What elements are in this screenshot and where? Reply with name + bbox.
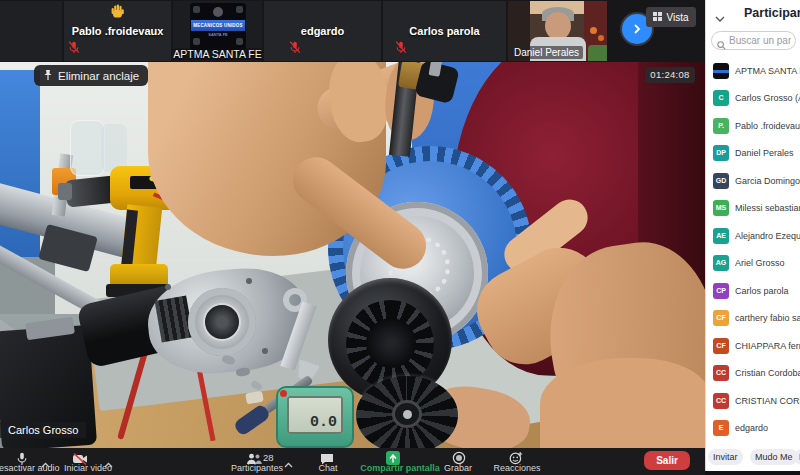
participant-avatar: AG xyxy=(713,255,729,271)
logo-tool-icon xyxy=(193,38,200,45)
invite-button[interactable]: Invitar xyxy=(708,449,743,465)
logo-emblem xyxy=(213,7,223,17)
participants-button[interactable]: Participantes xyxy=(227,463,287,473)
participant-name: Cristian Cordoba xyxy=(735,368,800,378)
logo-sub-text: SANTA FE xyxy=(190,32,246,37)
tile-person-face xyxy=(545,12,571,40)
reactions-button[interactable]: Reacciones xyxy=(487,463,547,473)
participant-avatar: CC xyxy=(713,393,729,409)
scene-rotor-pin xyxy=(403,410,412,419)
mute-me-button[interactable]: Mudo Me xyxy=(750,449,798,465)
chevron-right-icon xyxy=(632,20,642,38)
gallery-strip: Pablo .froidevaux MECANICOS UNIDOS SANTA… xyxy=(0,0,705,62)
raised-hand-icon xyxy=(111,4,124,22)
panel-footer: Invitar Mudo Me R xyxy=(706,449,800,469)
participant-name: Ariel Grosso xyxy=(735,258,785,268)
main-video-carlos-grosso[interactable]: 0.0 Eliminar anclaje 01:24:08 Carlos Gro… xyxy=(0,62,705,448)
meeting-timer: 01:24:08 xyxy=(645,67,695,83)
participant-row[interactable]: CCCristian Cordoba xyxy=(706,360,800,388)
participant-avatar: CF xyxy=(713,338,729,354)
participant-name: Pablo .froidevaux xyxy=(735,121,800,131)
participant-avatar: CP xyxy=(713,283,729,299)
scene-hub-bore xyxy=(366,318,416,368)
multimeter-reading: 0.0 xyxy=(310,414,337,431)
scene-bearing-inner xyxy=(205,305,239,339)
participant-name: Milessi sebastian xyxy=(735,203,800,213)
record-button[interactable]: Grabar xyxy=(428,463,488,473)
participant-name: APTMA SANTA FE xyxy=(735,66,800,76)
participant-row[interactable]: P.Pablo .froidevaux xyxy=(706,112,800,140)
scene-drill-bit xyxy=(58,183,72,200)
participant-name: edgardo xyxy=(735,423,768,433)
participant-name: Carlos parola xyxy=(735,286,789,296)
grid-view-icon xyxy=(653,12,662,23)
tile-name: edgardo xyxy=(264,25,381,37)
vista-view-button[interactable]: Vista xyxy=(646,7,696,27)
tile-name: Carlos parola xyxy=(383,25,506,37)
tile-plant xyxy=(588,45,607,61)
participant-row[interactable]: AGAriel Grosso xyxy=(706,250,800,278)
scene-right-palm xyxy=(540,358,705,448)
participant-avatar: CF xyxy=(713,310,729,326)
video-tile-aptma[interactable]: MECANICOS UNIDOS SANTA FE APTMA SANTA FE xyxy=(173,1,262,61)
participant-row[interactable]: APTMA SANTA FE xyxy=(706,57,800,85)
participant-avatar: GD xyxy=(713,173,729,189)
logo-banner-text: MECANICOS UNIDOS xyxy=(191,20,245,31)
panel-title: Participantes xyxy=(744,6,800,20)
participants-count-badge: 28 xyxy=(263,452,274,463)
participant-avatar: DP xyxy=(713,145,729,161)
participant-avatar: CC xyxy=(713,365,729,381)
participant-avatar: AE xyxy=(713,228,729,244)
video-tile-edgardo[interactable]: edgardo xyxy=(264,1,381,61)
video-tile-daniel[interactable]: Daniel Perales xyxy=(508,1,607,61)
remove-pin-label: Eliminar anclaje xyxy=(58,70,139,82)
video-tile-carlos-parola[interactable]: Carlos parola xyxy=(383,1,506,61)
participant-list: APTMA SANTA FECCarlos Grosso (AP.Pablo .… xyxy=(706,57,800,442)
video-tile-empty[interactable] xyxy=(0,1,62,61)
participant-row[interactable]: CFcarthery fabio sa xyxy=(706,305,800,333)
participant-row[interactable]: CCarlos Grosso (A xyxy=(706,85,800,113)
scene-bottle xyxy=(101,124,127,172)
participant-name: Alejandro Ezequ xyxy=(735,231,800,241)
scene-bolt-hole xyxy=(262,348,268,354)
zoom-meeting-window: Pablo .froidevaux MECANICOS UNIDOS SANTA… xyxy=(0,0,800,475)
participant-row[interactable]: MSMilessi sebastian xyxy=(706,195,800,223)
mic-muted-icon xyxy=(395,40,407,58)
vista-label: Vista xyxy=(666,12,688,23)
multimeter-display: 0.0 xyxy=(287,396,343,434)
mic-muted-icon xyxy=(68,40,80,58)
participant-name: Carlos Grosso (A xyxy=(735,93,800,103)
mic-muted-icon xyxy=(289,40,301,58)
participant-name: Garcia Domingo xyxy=(735,176,800,186)
participant-row[interactable]: CFCHIAPPARA fern xyxy=(706,332,800,360)
chevron-down-icon[interactable] xyxy=(715,9,725,27)
scene-multimeter: 0.0 xyxy=(276,386,354,448)
aptma-logo: MECANICOS UNIDOS SANTA FE xyxy=(190,3,246,50)
participant-row[interactable]: CPCarlos parola xyxy=(706,277,800,305)
participant-row[interactable]: Eedgardo xyxy=(706,415,800,443)
participant-avatar: E xyxy=(713,420,729,436)
chat-button[interactable]: Chat xyxy=(308,463,348,473)
remove-pin-button[interactable]: Eliminar anclaje xyxy=(34,65,148,86)
logo-tool-icon xyxy=(236,6,243,13)
participant-avatar: MS xyxy=(713,200,729,216)
start-video-button[interactable]: Iniciar video xyxy=(60,463,116,473)
mute-audio-button[interactable]: Desactivar audio xyxy=(0,463,66,473)
participant-row[interactable]: CCCRISTIAN CORD xyxy=(706,387,800,415)
tile-name: Pablo .froidevaux xyxy=(64,25,171,37)
video-tile-pablo[interactable]: Pablo .froidevaux xyxy=(64,1,171,61)
participant-avatar: P. xyxy=(713,118,729,134)
participant-name: Daniel Perales xyxy=(735,148,794,158)
leave-meeting-button[interactable]: Salir xyxy=(644,451,690,470)
participant-avatar xyxy=(713,63,729,79)
scene-bolt-hole xyxy=(246,278,252,284)
participant-name: CRISTIAN CORD xyxy=(735,396,800,406)
meeting-toolbar: Desactivar audio Iniciar video 28 Partic… xyxy=(0,448,705,475)
participant-avatar: C xyxy=(713,90,729,106)
scene-bolt-hole xyxy=(165,284,171,290)
participant-row[interactable]: GDGarcia Domingo xyxy=(706,167,800,195)
search-icon xyxy=(717,36,726,54)
tile-flower xyxy=(590,27,597,34)
participant-row[interactable]: DPDaniel Perales xyxy=(706,140,800,168)
participant-row[interactable]: AEAlejandro Ezequ xyxy=(706,222,800,250)
